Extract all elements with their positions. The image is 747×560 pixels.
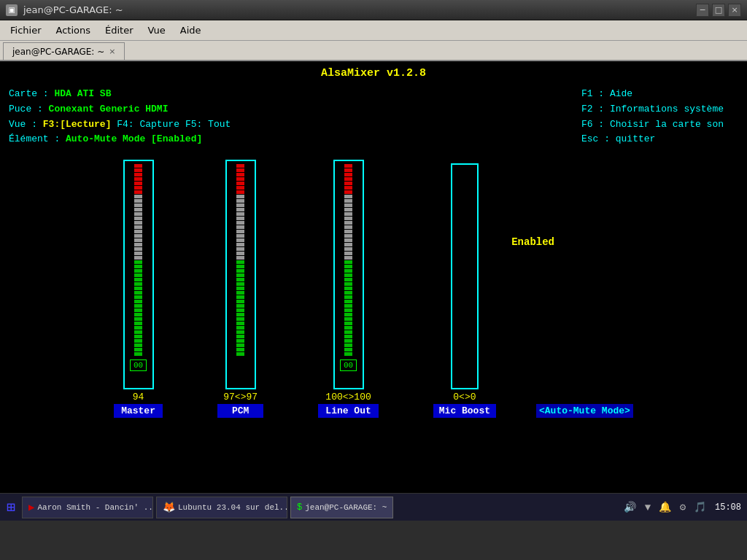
line-out-bars <box>344 164 352 357</box>
pcm-bars <box>236 164 244 357</box>
tab-label: jean@PC-GARAGE: ~ <box>12 47 104 57</box>
app-icon: ▣ <box>6 4 18 16</box>
taskbar-app-music[interactable]: ▶ Aaron Smith - Dancin' ... <box>22 497 153 518</box>
element-value: Auto-Mute Mode [Enabled] <box>66 133 202 144</box>
taskbar-app-terminal[interactable]: $ jean@PC-GARAGE: ~ <box>290 497 393 518</box>
carte-value: HDA ATI SB <box>54 88 111 99</box>
vue-f4: F4: Capture <box>117 119 179 130</box>
mic-boost-value: 0<>0 <box>453 392 476 402</box>
pcm-value: 97<>97 <box>223 392 258 402</box>
notifications-icon[interactable]: ⚙ <box>676 500 690 515</box>
auto-mute-text: Auto-Mute Mode <box>545 405 624 416</box>
channel-master: 00 94 Master <box>114 160 163 418</box>
start-menu-icon[interactable]: ⊞ <box>3 499 19 516</box>
auto-mute-bracket-open: < <box>539 405 545 416</box>
menu-fichier[interactable]: Fichier <box>3 23 49 37</box>
taskbar-app-browser-label: Lubuntu 23.04 sur del... <box>178 503 287 512</box>
line-out-bar <box>344 164 352 357</box>
channel-line-out: 00 100<>100 Line Out <box>318 160 378 418</box>
alsamixer-title: AlsaMixer v1.2.8 <box>9 67 738 79</box>
channel-auto-mute: <Auto-Mute Mode> <box>536 158 633 418</box>
taskbar-app-terminal-label: jean@PC-GARAGE: ~ <box>305 503 387 512</box>
master-fader[interactable]: 00 <box>123 160 154 389</box>
line-out-label: Line Out <box>318 404 378 418</box>
pcm-fader[interactable] <box>225 160 256 389</box>
vue-label: Vue : <box>9 119 43 130</box>
menu-editer[interactable]: Éditer <box>98 23 141 37</box>
tab-terminal[interactable]: jean@PC-GARAGE: ~ × <box>3 42 125 60</box>
auto-mute-bracket-close: > <box>624 405 630 416</box>
puce-label: Puce : <box>9 104 49 114</box>
vlc-tray-icon[interactable]: 🎵 <box>693 500 708 515</box>
music-icon: ▶ <box>28 501 34 513</box>
pcm-bar <box>236 164 244 357</box>
master-level: 00 <box>130 359 147 371</box>
carte-label: Carte : <box>9 88 54 99</box>
channels-wrapper: 00 94 Master <box>9 158 738 418</box>
info-grid: Carte : HDA ATI SB Puce : Conexant Gener… <box>9 87 738 147</box>
taskbar-right: 🔊 ▼ 🔔 ⚙ 🎵 15:08 <box>623 500 744 515</box>
browser-icon: 🦊 <box>163 501 175 513</box>
minimize-button[interactable]: − <box>696 4 709 17</box>
taskbar-app-music-label: Aaron Smith - Dancin' ... <box>37 503 153 512</box>
maximize-button[interactable]: □ <box>712 4 725 17</box>
channel-mic-boost: Enabled 0<>0 Mic Boost <box>433 163 496 418</box>
menu-vue[interactable]: Vue <box>141 23 173 37</box>
window-controls: − □ × <box>696 4 741 17</box>
tab-close-button[interactable]: × <box>109 47 115 56</box>
title-bar: ▣ jean@PC-GARAGE: ~ − □ × <box>0 0 747 20</box>
shortcut-esc: Esc : quitter <box>581 132 724 147</box>
master-bar-left <box>134 164 142 357</box>
line-out-level: 00 <box>340 359 357 371</box>
enabled-text: Enabled <box>511 236 554 248</box>
window-title: jean@PC-GARAGE: ~ <box>23 4 123 15</box>
clock: 15:08 <box>712 502 744 513</box>
mic-boost-label: Mic Boost <box>433 404 496 418</box>
taskbar-app-browser[interactable]: 🦊 Lubuntu 23.04 sur del... <box>156 497 287 518</box>
info-left: Carte : HDA ATI SB Puce : Conexant Gener… <box>9 87 231 147</box>
menu-actions[interactable]: Actions <box>49 23 98 37</box>
tab-bar: jean@PC-GARAGE: ~ × <box>0 41 747 61</box>
terminal-area[interactable]: AlsaMixer v1.2.8 Carte : HDA ATI SB Puce… <box>0 61 747 521</box>
menu-bar: Fichier Actions Éditer Vue Aide <box>0 20 747 41</box>
shortcut-f1: F1 : Aide <box>581 87 724 102</box>
network-tray-icon[interactable]: ▼ <box>640 500 655 515</box>
shortcut-f6: F6 : Choisir la carte son <box>581 117 724 133</box>
terminal-icon: $ <box>297 502 302 513</box>
master-bars <box>134 164 142 357</box>
vue-f5: F5: Tout <box>185 119 231 130</box>
taskbar: ⊞ ▶ Aaron Smith - Dancin' ... 🦊 Lubuntu … <box>0 493 747 521</box>
puce-value: Conexant Generic HDMI <box>49 104 169 114</box>
audio-tray-icon[interactable]: 🔊 <box>623 500 638 515</box>
vue-f3: F3:[Lecture] <box>43 119 112 130</box>
line-out-value: 100<>100 <box>325 392 371 402</box>
alsamixer-panel: AlsaMixer v1.2.8 Carte : HDA ATI SB Puce… <box>0 61 747 424</box>
line-out-fader[interactable]: 00 <box>333 160 364 389</box>
pcm-label: PCM <box>217 404 263 418</box>
menu-aide[interactable]: Aide <box>173 23 209 37</box>
close-button[interactable]: × <box>728 4 741 17</box>
system-tray: 🔊 ▼ 🔔 ⚙ 🎵 <box>623 500 708 515</box>
master-label: Master <box>114 404 163 418</box>
channel-pcm: 97<>97 PCM <box>217 160 263 418</box>
auto-mute-label: <Auto-Mute Mode> <box>536 404 633 418</box>
element-label: Élément : <box>9 133 66 144</box>
master-value: 94 <box>133 392 144 402</box>
shortcut-f2: F2 : Informations système <box>581 102 724 117</box>
mic-boost-fader[interactable] <box>451 163 479 389</box>
info-right: F1 : Aide F2 : Informations système F6 :… <box>581 87 738 147</box>
battery-tray-icon[interactable]: 🔔 <box>658 500 673 515</box>
